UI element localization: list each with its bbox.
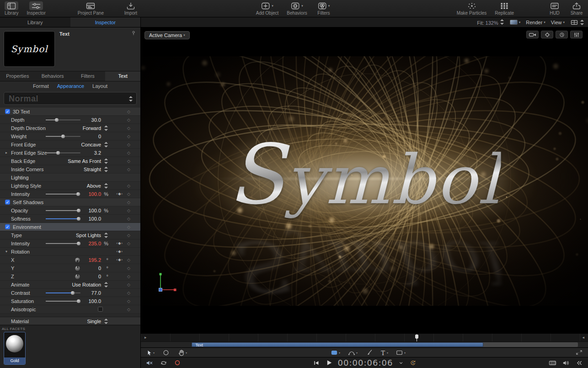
select-value[interactable]: Straight	[84, 165, 101, 173]
keyframe-icon[interactable]: ◇	[127, 281, 130, 289]
value-field[interactable]: 235.0	[75, 239, 101, 248]
playhead[interactable]	[415, 335, 418, 339]
text-tool[interactable]: T▾	[380, 349, 388, 356]
subtab-layout[interactable]: Layout	[92, 83, 107, 89]
timecode-display[interactable]: 00:00:06:06	[338, 358, 393, 368]
adjust-controls-button[interactable]	[570, 31, 583, 38]
tab-text[interactable]: Text	[105, 71, 140, 81]
tab-filters[interactable]: Filters	[70, 71, 106, 81]
timeline-ruler[interactable]: ▸ ◂	[141, 333, 588, 341]
mask-tool[interactable]: ▾	[331, 349, 340, 356]
value-field[interactable]: 3.2	[75, 149, 101, 157]
inspector-row-z[interactable]: Z0°◇	[0, 272, 140, 281]
value-field[interactable]: 0	[75, 272, 101, 281]
keyframe-icon[interactable]: ◇	[127, 264, 130, 272]
inspector-row-rotation[interactable]: ▾Rotation‹◆›	[0, 248, 140, 256]
inspector-row-depth[interactable]: Depth30.0◇	[0, 116, 140, 124]
fit-value[interactable]: 132%	[486, 20, 498, 26]
toolbar-button-add-object[interactable]: ▾Add Object	[256, 1, 278, 16]
select-tool[interactable]: ▾	[145, 349, 155, 356]
stepper-icon[interactable]	[500, 19, 504, 25]
keyframe-icon[interactable]: ◇	[127, 305, 130, 314]
inspector-row-x[interactable]: X195.2°‹◆›◇	[0, 256, 140, 264]
checkbox[interactable]: ✓	[5, 224, 10, 229]
keyframe-icon[interactable]: ◇	[127, 223, 130, 231]
inspector-row-3d-text[interactable]: ✓3D Text◇	[0, 108, 140, 116]
inspector-row-anisotropic[interactable]: Anisotropic◇	[0, 305, 140, 314]
select-value[interactable]: Spot Lights	[76, 231, 101, 239]
canvas-viewport[interactable]: Active Camera▾	[141, 27, 588, 333]
pan-tool[interactable]: ▾	[177, 349, 187, 356]
value-field[interactable]: 100.0	[75, 206, 101, 215]
tab-properties[interactable]: Properties	[0, 71, 35, 81]
style-preset-select[interactable]: Normal	[4, 92, 137, 105]
keyframe-nav-icon[interactable]: ‹◆›	[117, 248, 123, 256]
camera-view-button[interactable]	[526, 31, 539, 38]
toolbar-button-project-pane[interactable]: Project Pane	[78, 1, 104, 16]
keyframe-icon[interactable]: ◇	[127, 206, 130, 215]
inspector-row-weight[interactable]: Weight0◇	[0, 132, 140, 141]
keyframe-icon[interactable]: ◇	[127, 116, 130, 124]
tab-behaviors[interactable]: Behaviors	[35, 71, 70, 81]
skim-back-button[interactable]	[575, 360, 583, 366]
keyframe-icon[interactable]: ◇	[127, 124, 130, 132]
stepper-icon[interactable]	[104, 142, 108, 147]
keyframe-nav-icon[interactable]: ‹◆›	[117, 239, 123, 248]
keyframe-icon[interactable]: ◇	[127, 141, 130, 149]
stepper-icon[interactable]	[104, 158, 108, 164]
toolbar-button-hud[interactable]: HUD	[548, 1, 561, 16]
inspector-row-depth-direction[interactable]: Depth DirectionForward◇	[0, 124, 140, 132]
keyframe-icon[interactable]: ◇	[127, 215, 130, 223]
keyframe-icon[interactable]: ◇	[127, 108, 130, 116]
inspector-row-lighting[interactable]: Lighting	[0, 173, 140, 182]
subtab-appearance[interactable]: Appearance	[57, 83, 84, 89]
keyframe-icon[interactable]: ◇	[127, 289, 130, 297]
checkbox[interactable]: ✓	[5, 200, 10, 205]
value-field[interactable]: 0	[75, 264, 101, 272]
select-value[interactable]: Above	[87, 182, 101, 190]
camera-select-button[interactable]: Active Camera▾	[144, 31, 190, 39]
tab-inspector[interactable]: Inspector	[70, 17, 141, 27]
toolbar-button-inspector[interactable]: Inspector	[27, 1, 46, 16]
value-field[interactable]: 100.0	[75, 215, 101, 223]
keyframe-icon[interactable]: ◇	[127, 132, 130, 141]
inspector-row-opacity[interactable]: Opacity100.0%◇	[0, 206, 140, 215]
keyframe-icon[interactable]: ◇	[127, 256, 130, 264]
bezier-tool[interactable]: ▾	[348, 349, 358, 356]
checkbox[interactable]	[98, 307, 103, 312]
view-menu-button[interactable]: View▾	[551, 20, 565, 25]
inspector-row-softness[interactable]: Softness100.0◇	[0, 215, 140, 223]
audio-button[interactable]	[562, 360, 570, 366]
onion-skin-button[interactable]	[556, 31, 568, 38]
mute-audio-button[interactable]	[145, 360, 153, 366]
toolbar-button-library[interactable]: Library	[5, 1, 19, 16]
inspector-row-self-shadows[interactable]: ✓Self Shadows◇	[0, 198, 140, 206]
keyframe-nav-icon[interactable]: ‹◆›	[117, 256, 123, 264]
stepper-icon[interactable]	[104, 282, 108, 287]
toolbar-button-import[interactable]: Import	[124, 1, 138, 16]
inspector-row-intensity[interactable]: Intensity100.0%‹◆›◇	[0, 190, 140, 198]
previous-frame-button[interactable]	[313, 360, 320, 366]
keyframe-nav-icon[interactable]: ‹◆›	[117, 190, 123, 198]
value-field[interactable]: 195.2	[75, 256, 101, 264]
select-value[interactable]: Single	[87, 317, 101, 325]
value-field[interactable]: 30.0	[75, 116, 101, 124]
inspector-row-front-edge-size[interactable]: ▸Front Edge Size3.2◇	[0, 149, 140, 157]
toolbar-button-behaviors[interactable]: ▾Behaviors	[287, 1, 307, 16]
select-value[interactable]: Forward	[83, 124, 101, 132]
inspector-row-back-edge[interactable]: Back EdgeSame As Front◇	[0, 157, 140, 165]
paint-tool[interactable]	[365, 349, 372, 356]
select-value[interactable]: Concave	[81, 141, 101, 149]
timecode-menu-button[interactable]	[398, 360, 404, 366]
channel-swatch-button[interactable]: ▾	[510, 20, 521, 25]
select-value[interactable]: Use Rotation	[72, 281, 101, 289]
inspector-row-type[interactable]: TypeSpot Lights◇	[0, 231, 140, 239]
render-menu-button[interactable]: Render▾	[526, 20, 545, 25]
value-field[interactable]: 100.0	[75, 297, 101, 305]
keyframe-icon[interactable]: ◇	[127, 198, 130, 206]
rotate-tool[interactable]	[162, 349, 170, 356]
keyframe-icon[interactable]: ◇	[127, 182, 130, 190]
show-sequence-button[interactable]	[549, 360, 556, 366]
inspector-row-intensity[interactable]: Intensity235.0%‹◆›◇	[0, 239, 140, 248]
inspector-row-front-edge[interactable]: Front EdgeConcave◇	[0, 141, 140, 149]
